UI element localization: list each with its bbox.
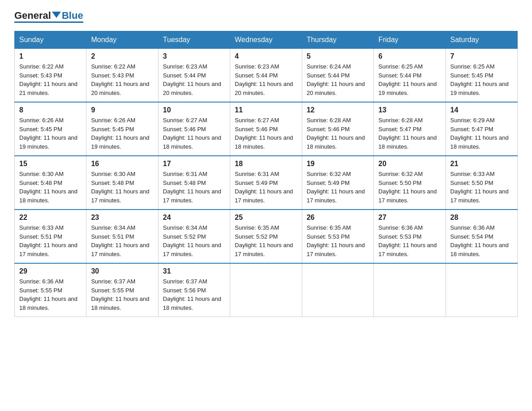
calendar-cell: 26Sunrise: 6:35 AMSunset: 5:53 PMDayligh… xyxy=(302,210,373,263)
day-number: 31 xyxy=(163,267,225,275)
day-number: 16 xyxy=(91,160,153,168)
day-number: 28 xyxy=(450,214,513,222)
calendar-cell: 29Sunrise: 6:36 AMSunset: 5:55 PMDayligh… xyxy=(15,263,86,317)
calendar-cell: 8Sunrise: 6:26 AMSunset: 5:45 PMDaylight… xyxy=(15,102,86,156)
calendar-cell: 22Sunrise: 6:33 AMSunset: 5:51 PMDayligh… xyxy=(15,210,86,263)
logo-general-text: General xyxy=(14,11,51,21)
day-info: Sunrise: 6:28 AMSunset: 5:46 PMDaylight:… xyxy=(307,116,369,151)
calendar-cell: 18Sunrise: 6:31 AMSunset: 5:49 PMDayligh… xyxy=(230,156,302,210)
day-info: Sunrise: 6:30 AMSunset: 5:48 PMDaylight:… xyxy=(19,170,82,205)
calendar-cell: 11Sunrise: 6:27 AMSunset: 5:46 PMDayligh… xyxy=(230,102,302,156)
day-number: 10 xyxy=(163,106,225,114)
day-number: 24 xyxy=(163,214,225,222)
day-info: Sunrise: 6:35 AMSunset: 5:53 PMDaylight:… xyxy=(307,223,369,258)
calendar-cell: 31Sunrise: 6:37 AMSunset: 5:56 PMDayligh… xyxy=(158,263,230,317)
day-info: Sunrise: 6:37 AMSunset: 5:56 PMDaylight:… xyxy=(163,277,225,312)
day-number: 9 xyxy=(91,106,153,114)
day-info: Sunrise: 6:32 AMSunset: 5:50 PMDaylight:… xyxy=(378,170,441,205)
calendar-cell: 3Sunrise: 6:23 AMSunset: 5:44 PMDaylight… xyxy=(158,49,230,103)
page-header: General Blue xyxy=(14,11,518,23)
day-number: 8 xyxy=(19,106,82,114)
calendar-cell: 5Sunrise: 6:24 AMSunset: 5:44 PMDaylight… xyxy=(302,49,373,103)
day-number: 1 xyxy=(19,52,82,60)
weekday-header-wednesday: Wednesday xyxy=(230,31,302,49)
calendar-cell: 25Sunrise: 6:35 AMSunset: 5:52 PMDayligh… xyxy=(230,210,302,263)
calendar-cell: 13Sunrise: 6:28 AMSunset: 5:47 PMDayligh… xyxy=(374,102,446,156)
calendar-cell: 7Sunrise: 6:25 AMSunset: 5:45 PMDaylight… xyxy=(446,49,517,103)
weekday-header-tuesday: Tuesday xyxy=(158,31,230,49)
calendar-cell xyxy=(446,263,517,317)
day-info: Sunrise: 6:27 AMSunset: 5:46 PMDaylight:… xyxy=(235,116,297,151)
calendar-week-1: 1Sunrise: 6:22 AMSunset: 5:43 PMDaylight… xyxy=(15,49,518,103)
day-number: 25 xyxy=(235,214,297,222)
calendar-cell xyxy=(230,263,302,317)
calendar-cell: 28Sunrise: 6:36 AMSunset: 5:54 PMDayligh… xyxy=(446,210,517,263)
calendar-cell: 14Sunrise: 6:29 AMSunset: 5:47 PMDayligh… xyxy=(446,102,517,156)
day-info: Sunrise: 6:31 AMSunset: 5:48 PMDaylight:… xyxy=(163,170,225,205)
day-number: 12 xyxy=(307,106,369,114)
day-info: Sunrise: 6:34 AMSunset: 5:51 PMDaylight:… xyxy=(91,223,153,258)
logo: General Blue xyxy=(14,11,83,23)
day-info: Sunrise: 6:31 AMSunset: 5:49 PMDaylight:… xyxy=(235,170,297,205)
weekday-header-sunday: Sunday xyxy=(15,31,86,49)
calendar-cell: 27Sunrise: 6:36 AMSunset: 5:53 PMDayligh… xyxy=(374,210,446,263)
day-number: 11 xyxy=(235,106,297,114)
day-number: 29 xyxy=(19,267,82,275)
day-info: Sunrise: 6:33 AMSunset: 5:51 PMDaylight:… xyxy=(19,223,82,258)
day-number: 15 xyxy=(19,160,82,168)
weekday-header-row: SundayMondayTuesdayWednesdayThursdayFrid… xyxy=(15,31,518,49)
weekday-header-thursday: Thursday xyxy=(302,31,373,49)
day-number: 19 xyxy=(307,160,369,168)
day-number: 30 xyxy=(91,267,153,275)
day-number: 4 xyxy=(235,52,297,60)
calendar-cell: 6Sunrise: 6:25 AMSunset: 5:44 PMDaylight… xyxy=(374,49,446,103)
calendar-cell: 24Sunrise: 6:34 AMSunset: 5:52 PMDayligh… xyxy=(158,210,230,263)
calendar-cell: 1Sunrise: 6:22 AMSunset: 5:43 PMDaylight… xyxy=(15,49,86,103)
calendar-cell xyxy=(374,263,446,317)
day-info: Sunrise: 6:37 AMSunset: 5:55 PMDaylight:… xyxy=(91,277,153,312)
day-info: Sunrise: 6:34 AMSunset: 5:52 PMDaylight:… xyxy=(163,223,225,258)
day-info: Sunrise: 6:30 AMSunset: 5:48 PMDaylight:… xyxy=(91,170,153,205)
calendar-week-3: 15Sunrise: 6:30 AMSunset: 5:48 PMDayligh… xyxy=(15,156,518,210)
logo-underline xyxy=(14,21,83,23)
calendar-cell: 23Sunrise: 6:34 AMSunset: 5:51 PMDayligh… xyxy=(86,210,158,263)
calendar-cell: 16Sunrise: 6:30 AMSunset: 5:48 PMDayligh… xyxy=(86,156,158,210)
day-number: 21 xyxy=(450,160,513,168)
logo-arrow-icon xyxy=(52,12,61,18)
calendar-cell: 17Sunrise: 6:31 AMSunset: 5:48 PMDayligh… xyxy=(158,156,230,210)
day-info: Sunrise: 6:28 AMSunset: 5:47 PMDaylight:… xyxy=(378,116,441,151)
calendar-cell: 21Sunrise: 6:33 AMSunset: 5:50 PMDayligh… xyxy=(446,156,517,210)
weekday-header-monday: Monday xyxy=(86,31,158,49)
calendar-cell: 19Sunrise: 6:32 AMSunset: 5:49 PMDayligh… xyxy=(302,156,373,210)
day-info: Sunrise: 6:32 AMSunset: 5:49 PMDaylight:… xyxy=(307,170,369,205)
calendar-cell: 20Sunrise: 6:32 AMSunset: 5:50 PMDayligh… xyxy=(374,156,446,210)
day-number: 3 xyxy=(163,52,225,60)
weekday-header-friday: Friday xyxy=(374,31,446,49)
day-number: 20 xyxy=(378,160,441,168)
calendar-cell: 15Sunrise: 6:30 AMSunset: 5:48 PMDayligh… xyxy=(15,156,86,210)
day-number: 14 xyxy=(450,106,513,114)
calendar-cell: 12Sunrise: 6:28 AMSunset: 5:46 PMDayligh… xyxy=(302,102,373,156)
calendar-cell: 2Sunrise: 6:22 AMSunset: 5:43 PMDaylight… xyxy=(86,49,158,103)
day-info: Sunrise: 6:26 AMSunset: 5:45 PMDaylight:… xyxy=(91,116,153,151)
day-number: 18 xyxy=(235,160,297,168)
calendar-week-5: 29Sunrise: 6:36 AMSunset: 5:55 PMDayligh… xyxy=(15,263,518,317)
day-info: Sunrise: 6:23 AMSunset: 5:44 PMDaylight:… xyxy=(235,62,297,97)
calendar-week-4: 22Sunrise: 6:33 AMSunset: 5:51 PMDayligh… xyxy=(15,210,518,263)
day-info: Sunrise: 6:26 AMSunset: 5:45 PMDaylight:… xyxy=(19,116,82,151)
day-number: 2 xyxy=(91,52,153,60)
day-info: Sunrise: 6:36 AMSunset: 5:54 PMDaylight:… xyxy=(450,223,513,258)
day-info: Sunrise: 6:23 AMSunset: 5:44 PMDaylight:… xyxy=(163,62,225,97)
day-number: 5 xyxy=(307,52,369,60)
logo-blue-text: Blue xyxy=(62,11,83,21)
calendar-table: SundayMondayTuesdayWednesdayThursdayFrid… xyxy=(14,31,518,317)
day-info: Sunrise: 6:27 AMSunset: 5:46 PMDaylight:… xyxy=(163,116,225,151)
day-info: Sunrise: 6:33 AMSunset: 5:50 PMDaylight:… xyxy=(450,170,513,205)
day-info: Sunrise: 6:29 AMSunset: 5:47 PMDaylight:… xyxy=(450,116,513,151)
calendar-cell: 4Sunrise: 6:23 AMSunset: 5:44 PMDaylight… xyxy=(230,49,302,103)
day-number: 17 xyxy=(163,160,225,168)
weekday-header-saturday: Saturday xyxy=(446,31,517,49)
day-number: 6 xyxy=(378,52,441,60)
day-number: 27 xyxy=(378,214,441,222)
calendar-cell: 10Sunrise: 6:27 AMSunset: 5:46 PMDayligh… xyxy=(158,102,230,156)
